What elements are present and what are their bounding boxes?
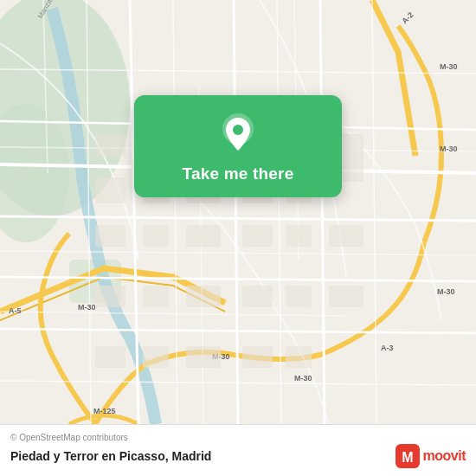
svg-rect-62 bbox=[286, 346, 312, 368]
location-pin-icon bbox=[217, 113, 259, 154]
svg-rect-47 bbox=[143, 225, 169, 247]
moovit-brand-text: moovit bbox=[423, 448, 466, 464]
svg-text:M-30: M-30 bbox=[78, 303, 96, 312]
svg-rect-55 bbox=[242, 286, 273, 307]
svg-rect-54 bbox=[186, 286, 221, 307]
svg-text:A-3: A-3 bbox=[381, 344, 394, 352]
map-svg: A-2 M-30 M-30 M-30 A-3 M-30 M-30 M-30 M-… bbox=[0, 0, 476, 424]
svg-rect-58 bbox=[95, 346, 125, 368]
svg-rect-61 bbox=[242, 346, 273, 368]
place-name: Piedad y Terror en Picasso, Madrid bbox=[10, 449, 211, 463]
bottom-row: Piedad y Terror en Picasso, Madrid M moo… bbox=[10, 444, 466, 468]
svg-rect-56 bbox=[286, 286, 312, 307]
moovit-brand-icon: M bbox=[396, 444, 420, 468]
svg-rect-52 bbox=[95, 286, 125, 307]
svg-rect-50 bbox=[286, 225, 312, 247]
svg-point-64 bbox=[233, 125, 243, 135]
svg-rect-51 bbox=[329, 225, 363, 247]
svg-text:M-30: M-30 bbox=[437, 287, 455, 296]
svg-rect-48 bbox=[186, 225, 221, 247]
map-attribution: © OpenStreetMap contributors bbox=[10, 433, 466, 442]
svg-text:M-30: M-30 bbox=[294, 374, 312, 383]
svg-rect-59 bbox=[143, 346, 169, 368]
svg-rect-46 bbox=[95, 225, 125, 247]
bottom-bar: © OpenStreetMap contributors Piedad y Te… bbox=[0, 424, 476, 476]
svg-text:M-30: M-30 bbox=[440, 62, 458, 71]
svg-rect-49 bbox=[242, 225, 273, 247]
svg-rect-60 bbox=[186, 346, 221, 368]
svg-rect-35 bbox=[95, 134, 125, 156]
svg-rect-57 bbox=[329, 286, 363, 307]
svg-rect-37 bbox=[95, 177, 125, 203]
svg-text:M-30: M-30 bbox=[440, 145, 458, 153]
map-container: A-2 M-30 M-30 M-30 A-3 M-30 M-30 M-30 M-… bbox=[0, 0, 476, 424]
take-me-there-button[interactable]: Take me there bbox=[183, 164, 294, 183]
svg-text:M: M bbox=[402, 450, 413, 465]
moovit-logo: M moovit bbox=[396, 444, 466, 468]
svg-rect-53 bbox=[143, 286, 169, 307]
svg-text:A-5: A-5 bbox=[9, 306, 22, 315]
location-card[interactable]: Take me there bbox=[134, 95, 342, 197]
svg-text:M-125: M-125 bbox=[93, 407, 116, 415]
